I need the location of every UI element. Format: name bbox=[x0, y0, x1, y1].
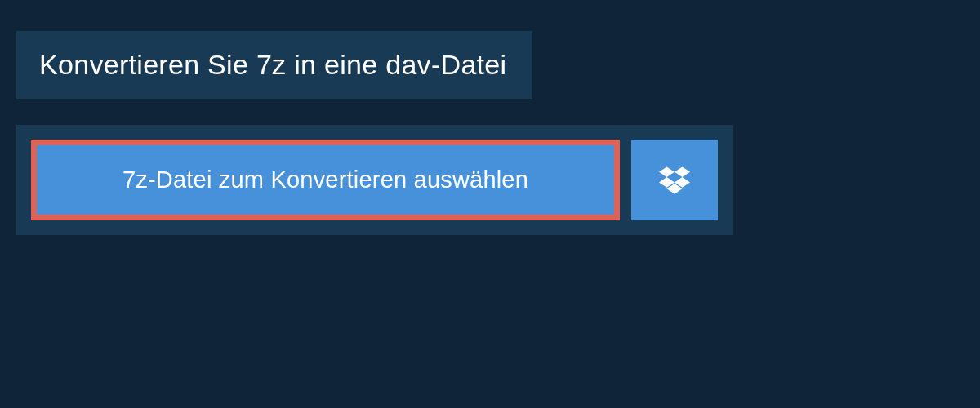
file-select-button[interactable]: 7z-Datei zum Konvertieren auswählen bbox=[31, 140, 620, 220]
page-title: Konvertieren Sie 7z in eine dav-Datei bbox=[39, 49, 506, 81]
page-header: Konvertieren Sie 7z in eine dav-Datei bbox=[16, 31, 532, 99]
dropbox-icon bbox=[659, 166, 690, 194]
dropbox-button[interactable] bbox=[631, 140, 718, 220]
file-select-label: 7z-Datei zum Konvertieren auswählen bbox=[122, 166, 528, 193]
converter-panel: 7z-Datei zum Konvertieren auswählen bbox=[16, 125, 733, 235]
